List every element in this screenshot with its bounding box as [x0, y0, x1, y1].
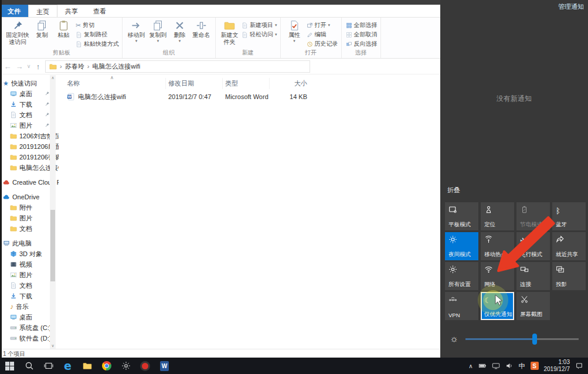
tile-tablet-mode[interactable]: 平板模式 — [445, 202, 478, 230]
select-none-button[interactable]: 全部取消 — [346, 30, 378, 39]
invert-selection-button[interactable]: 反向选择 — [346, 40, 378, 48]
task-view-button[interactable] — [39, 358, 58, 374]
ribbon-group-clipboard: 固定到快速访问 复制 粘贴 ✂剪切 复制路径 粘贴快捷方式 剪贴板 — [1, 18, 123, 58]
move-to-icon — [131, 20, 142, 31]
scrollbar-thumb[interactable] — [50, 210, 55, 281]
pin-icon — [45, 122, 50, 129]
tile-night-light[interactable]: 夜间模式 — [445, 232, 478, 260]
tile-battery-saver[interactable]: 节电模式 — [516, 202, 550, 230]
tile-connect[interactable]: 连接 — [516, 262, 550, 290]
pin-to-quick-access-button[interactable]: 固定到快速访问 — [4, 19, 31, 45]
hidden-icons-chevron[interactable]: ∧ — [468, 363, 473, 369]
paste-button[interactable]: 粘贴 — [53, 19, 74, 39]
ribbon-group-select: 全部选择 全部取消 反向选择 选择 — [342, 18, 381, 58]
tab-home[interactable]: 主页 — [28, 5, 57, 17]
tile-focus-assist[interactable]: ☾仅优先通知 — [481, 292, 514, 320]
chrome-button[interactable] — [97, 358, 116, 374]
crumb-separator: › — [87, 63, 90, 70]
action-center-icon[interactable] — [575, 362, 583, 370]
tile-screen-snip[interactable]: 屏幕截图 — [516, 292, 550, 320]
scissors-icon: ✂ — [76, 22, 81, 29]
start-button[interactable] — [0, 358, 19, 374]
drive-icon — [10, 335, 17, 342]
ribbon-group-open: 属性▾ 打开▾ 编辑 历史记录 打开 — [281, 18, 342, 58]
tab-file[interactable]: 文件 — [0, 5, 28, 17]
edit-icon — [307, 32, 313, 38]
forward-button[interactable]: → — [15, 62, 24, 71]
tile-all-settings[interactable]: 所有设置 — [445, 262, 478, 290]
column-header-size[interactable]: 大小 — [270, 78, 311, 89]
move-to-button[interactable]: 移动到▾ — [125, 19, 147, 43]
location-icon — [484, 205, 513, 215]
collapse-link[interactable]: 折叠 — [447, 186, 460, 195]
properties-button[interactable]: 属性▾ — [284, 19, 305, 43]
clock-time: 1:03 — [544, 359, 570, 366]
tile-location[interactable]: 定位 — [481, 202, 514, 230]
settings-button[interactable] — [116, 358, 135, 374]
file-explorer-button[interactable] — [77, 358, 97, 374]
tab-share[interactable]: 共享 — [57, 5, 86, 17]
new-folder-button[interactable]: 新建文件夹 — [219, 19, 240, 45]
rename-icon — [196, 20, 207, 31]
display-icon[interactable] — [492, 362, 500, 370]
taskbar-clock[interactable]: 1:03 2019/12/7 — [544, 359, 570, 373]
new-item-button[interactable]: 新建项目▾ — [242, 21, 277, 29]
ime-indicator[interactable]: 中 — [519, 362, 525, 370]
file-row[interactable]: 电脑怎么连接wifi 2019/12/7 0:47 Microsoft Word… — [64, 90, 440, 103]
rename-button[interactable]: 重命名 — [191, 19, 212, 39]
delete-button[interactable]: 删除▾ — [169, 19, 191, 43]
copy-path-button[interactable]: 复制路径 — [76, 30, 119, 39]
breadcrumb-user-folder[interactable]: 苏春玲 — [65, 62, 84, 71]
select-all-button[interactable]: 全部选择 — [346, 21, 378, 29]
tile-nearby-sharing[interactable]: 就近共享 — [552, 232, 586, 260]
brightness-slider-handle[interactable] — [532, 334, 537, 345]
edit-button[interactable]: 编辑 — [307, 30, 338, 39]
desktop-icon — [10, 90, 17, 97]
manage-notifications-link[interactable]: 管理通知 — [558, 2, 584, 11]
pin-icon — [45, 90, 50, 97]
breadcrumb[interactable]: › 苏春玲 › 电脑怎么连接wifi — [45, 60, 310, 73]
recorder-button[interactable] — [135, 358, 155, 374]
copy-to-button[interactable]: 复制到▾ — [147, 19, 169, 43]
tab-view[interactable]: 查看 — [86, 5, 114, 17]
connect-icon — [520, 265, 549, 274]
back-button[interactable]: ← — [3, 62, 12, 71]
breadcrumb-current-folder[interactable]: 电脑怎么连接wifi — [92, 62, 140, 71]
status-bar: 1 个项目 — [0, 349, 440, 358]
download-icon — [10, 293, 17, 300]
open-button[interactable]: 打开▾ — [307, 21, 338, 29]
edge-button[interactable]: e — [58, 358, 77, 374]
record-icon — [140, 361, 150, 371]
cut-button[interactable]: ✂剪切 — [76, 21, 119, 29]
tile-bluetooth[interactable]: ᛒ蓝牙 — [552, 202, 586, 230]
column-header-type[interactable]: 类型 — [223, 78, 270, 89]
pictures-icon — [10, 271, 17, 278]
tile-airplane-mode[interactable]: ✈飞行模式 — [516, 232, 550, 260]
recent-locations-dropdown[interactable]: ∨ — [26, 63, 31, 69]
tile-network[interactable]: 网络 — [481, 262, 514, 290]
file-name[interactable]: 电脑怎么连接wifi — [78, 93, 126, 101]
tile-vpn[interactable]: VPN — [445, 292, 478, 320]
battery-icon[interactable] — [478, 362, 487, 370]
volume-icon[interactable] — [505, 362, 514, 370]
up-button[interactable]: ↑ — [33, 62, 43, 71]
history-button[interactable]: 历史记录 — [307, 40, 338, 48]
scroll-down-icon[interactable]: ∨ — [50, 344, 56, 348]
paste-icon — [58, 20, 69, 31]
sogou-icon[interactable]: S — [531, 362, 539, 370]
select-all-icon — [346, 22, 352, 29]
copy-button[interactable]: 复制 — [31, 19, 53, 39]
scroll-up-icon[interactable]: ∧ — [50, 76, 56, 80]
brightness-slider[interactable] — [465, 338, 579, 340]
tile-project[interactable]: 投影 — [552, 262, 586, 290]
sidebar-scrollbar[interactable]: ∧ ∨ — [50, 75, 56, 349]
search-button[interactable] — [19, 358, 39, 374]
column-header-date[interactable]: 修改日期 — [166, 78, 223, 89]
select-group-label: 选择 — [345, 49, 378, 58]
easy-access-button[interactable]: 轻松访问▾ — [242, 30, 277, 39]
tile-mobile-hotspot[interactable]: 移动热点 — [481, 232, 514, 260]
column-header-name[interactable]: 名称 — [64, 78, 166, 89]
folder-icon — [10, 132, 17, 140]
paste-shortcut-button[interactable]: 粘贴快捷方式 — [76, 40, 119, 48]
word-button[interactable]: W — [155, 358, 174, 374]
